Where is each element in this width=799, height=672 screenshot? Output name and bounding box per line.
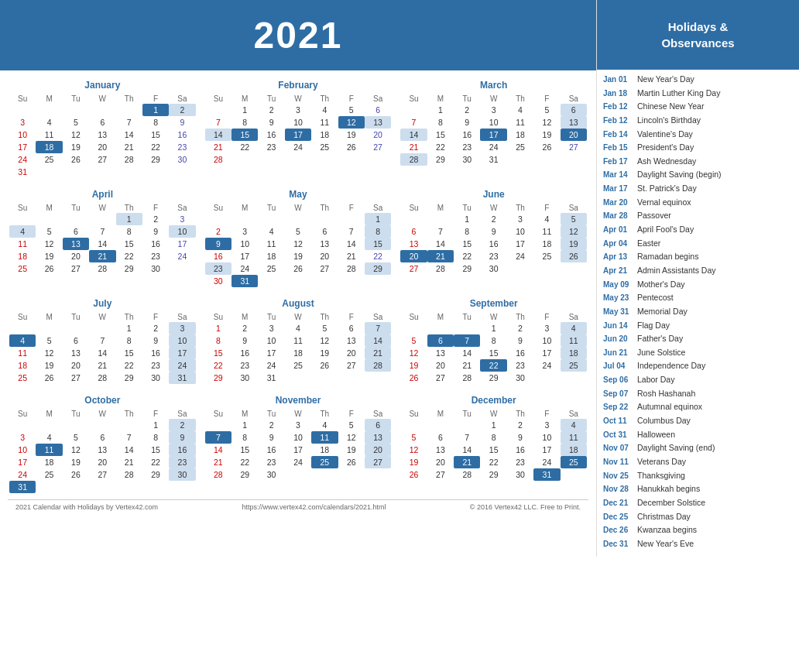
calendar-day: 26 bbox=[63, 468, 89, 481]
calendar-day: 6 bbox=[561, 104, 587, 116]
holiday-name: Halloween bbox=[637, 430, 675, 441]
holiday-name: Rosh Hashanah bbox=[637, 389, 695, 399]
holiday-item: Jun 14Flag Day bbox=[603, 321, 793, 331]
holiday-name: President's Day bbox=[637, 142, 694, 153]
day-header: M bbox=[231, 409, 258, 419]
holiday-date: May 23 bbox=[603, 293, 637, 303]
day-header: M bbox=[427, 203, 454, 213]
day-header: Th bbox=[311, 409, 338, 419]
calendar-day bbox=[365, 372, 391, 384]
calendar-day: 23 bbox=[231, 359, 258, 372]
calendar-table: SuMTuWThFSa12345678910111213141516171819… bbox=[400, 409, 587, 481]
holiday-name: April Fool's Day bbox=[637, 225, 694, 235]
calendar-day: 21 bbox=[116, 456, 142, 468]
calendar-day: 12 bbox=[285, 238, 311, 250]
calendar-day: 2 bbox=[480, 213, 506, 225]
calendar-day: 1 bbox=[116, 322, 142, 334]
day-header: W bbox=[89, 203, 115, 213]
calendar-day: 2 bbox=[258, 419, 284, 431]
calendar-day: 4 bbox=[258, 225, 284, 238]
holiday-name: Christmas Day bbox=[637, 512, 691, 523]
calendar-day: 9 bbox=[480, 225, 506, 238]
calendar-day: 13 bbox=[63, 238, 89, 250]
calendar-day: 8 bbox=[142, 431, 169, 444]
footer-right: © 2016 Vertex42 LLC. Free to Print. bbox=[470, 503, 581, 511]
holiday-name: New Year's Day bbox=[637, 74, 694, 85]
calendar-day: 31 bbox=[169, 372, 195, 384]
day-header: Th bbox=[116, 409, 142, 419]
calendar-day bbox=[427, 322, 454, 334]
holiday-date: Apr 01 bbox=[603, 225, 637, 235]
calendar-day: 29 bbox=[231, 468, 258, 481]
calendar-day: 6 bbox=[89, 431, 115, 444]
calendar-day: 8 bbox=[116, 334, 142, 347]
day-header: M bbox=[231, 203, 258, 213]
calendar-day: 21 bbox=[454, 359, 480, 372]
calendar-day bbox=[311, 372, 338, 384]
calendar-day bbox=[285, 213, 311, 225]
month-name: January bbox=[9, 80, 196, 91]
day-header: M bbox=[36, 203, 62, 213]
month-december: DecemberSuMTuWThFSa123456789101112131415… bbox=[399, 392, 588, 496]
month-september: SeptemberSuMTuWThFSa12345678910111213141… bbox=[399, 295, 588, 387]
day-header: W bbox=[285, 409, 311, 419]
calendar-day: 6 bbox=[311, 225, 338, 238]
calendar-day: 16 bbox=[507, 444, 533, 456]
calendar-day: 15 bbox=[427, 129, 454, 141]
calendar-day: 10 bbox=[480, 116, 506, 129]
calendar-day: 18 bbox=[9, 250, 36, 262]
day-header: Sa bbox=[169, 312, 195, 322]
day-header: F bbox=[338, 203, 365, 213]
day-header: Tu bbox=[258, 312, 284, 322]
calendar-day: 22 bbox=[365, 250, 391, 262]
calendar-day: 29 bbox=[205, 372, 231, 384]
calendar-day: 9 bbox=[142, 225, 169, 238]
calendar-day: 25 bbox=[9, 262, 36, 275]
calendar-day: 24 bbox=[258, 359, 284, 372]
calendar-day: 3 bbox=[169, 322, 195, 334]
calendar-day: 11 bbox=[285, 334, 311, 347]
calendar-day: 1 bbox=[454, 213, 480, 225]
calendar-day: 17 bbox=[507, 238, 533, 250]
calendar-day: 19 bbox=[311, 347, 338, 359]
holiday-item: Nov 25Thanksgiving bbox=[603, 471, 793, 482]
calendar-day bbox=[338, 153, 365, 166]
calendar-day: 6 bbox=[427, 431, 454, 444]
holiday-item: Dec 26Kwanzaa begins bbox=[603, 525, 793, 536]
calendar-day: 11 bbox=[507, 116, 533, 129]
calendar-day: 7 bbox=[116, 116, 142, 129]
calendar-day: 13 bbox=[427, 444, 454, 456]
calendar-day: 23 bbox=[169, 456, 195, 468]
calendar-day bbox=[258, 275, 284, 287]
calendar-day: 16 bbox=[169, 129, 195, 141]
months-grid: JanuarySuMTuWThFSa1234567891011121314151… bbox=[8, 77, 588, 496]
calendar-day: 13 bbox=[89, 444, 115, 456]
calendar-day bbox=[63, 481, 89, 493]
calendar-day: 5 bbox=[36, 334, 62, 347]
calendar-day: 18 bbox=[533, 238, 560, 250]
calendar-day: 28 bbox=[454, 372, 480, 384]
calendar-day: 18 bbox=[9, 359, 36, 372]
calendar-day: 27 bbox=[89, 468, 115, 481]
calendar-day: 14 bbox=[116, 444, 142, 456]
calendar-day: 10 bbox=[285, 116, 311, 129]
calendar-day: 5 bbox=[561, 213, 587, 225]
calendar-day: 25 bbox=[311, 456, 338, 468]
calendar-day bbox=[258, 213, 284, 225]
calendar-day: 23 bbox=[507, 456, 533, 468]
holiday-item: Mar 14Daylight Saving (begin) bbox=[603, 170, 793, 180]
calendar-day: 28 bbox=[116, 153, 142, 166]
holiday-date: Feb 15 bbox=[603, 142, 637, 153]
holiday-item: Feb 17Ash Wednesday bbox=[603, 156, 793, 167]
calendar-day: 6 bbox=[427, 334, 454, 347]
holiday-item: Dec 31New Year's Eve bbox=[603, 539, 793, 550]
holiday-item: Jan 01New Year's Day bbox=[603, 74, 793, 85]
calendar-day: 2 bbox=[142, 213, 169, 225]
calendar-day: 15 bbox=[142, 129, 169, 141]
holiday-name: New Year's Eve bbox=[637, 539, 694, 550]
day-header: F bbox=[338, 312, 365, 322]
calendar-day: 20 bbox=[427, 456, 454, 468]
calendar-day: 20 bbox=[561, 129, 587, 141]
holiday-item: Dec 25Christmas Day bbox=[603, 512, 793, 523]
calendar-day bbox=[507, 153, 533, 166]
